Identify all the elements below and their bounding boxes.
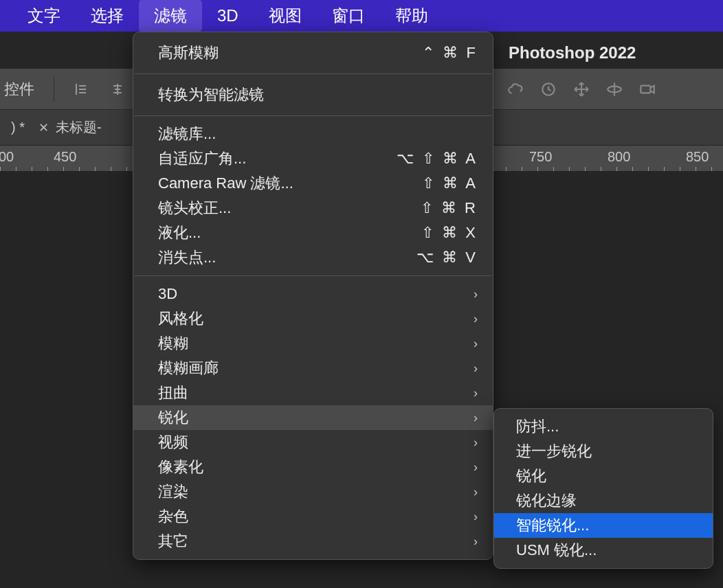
ruler-tick bbox=[32, 167, 32, 171]
submenu-sharpen-edges[interactable]: 锐化边缘 bbox=[494, 488, 713, 513]
menu-label: 滤镜库... bbox=[158, 124, 478, 144]
ruler-tick bbox=[601, 167, 601, 171]
menu-liquify[interactable]: 液化... ⇧ ⌘ X bbox=[133, 220, 493, 245]
ruler-mark: 850 bbox=[686, 149, 709, 165]
menu-3d[interactable]: 3D bbox=[202, 1, 254, 31]
menu-label: 模糊画廊 bbox=[158, 358, 467, 378]
menu-distort[interactable]: 扭曲 › bbox=[133, 381, 493, 405]
options-separator bbox=[54, 77, 54, 102]
chevron-right-icon: › bbox=[474, 436, 478, 450]
menu-separator bbox=[135, 115, 491, 116]
align-center-icon[interactable] bbox=[107, 78, 129, 100]
ruler-tick bbox=[111, 167, 111, 171]
align-left-icon[interactable] bbox=[71, 78, 93, 100]
menu-3d-filters[interactable]: 3D › bbox=[133, 282, 493, 306]
submenu-label: 防抖... bbox=[516, 416, 559, 437]
menu-label: 转换为智能滤镜 bbox=[158, 84, 478, 105]
ruler-tick bbox=[126, 167, 127, 171]
ruler-tick bbox=[63, 167, 64, 171]
submenu-sharpen[interactable]: 锐化 bbox=[494, 464, 713, 488]
document-tab-1[interactable]: ) * bbox=[0, 110, 33, 145]
submenu-sharpen-more[interactable]: 进一步锐化 bbox=[494, 439, 713, 464]
reset-icon[interactable] bbox=[532, 73, 565, 106]
menu-noise[interactable]: 杂色 › bbox=[133, 504, 493, 529]
menu-pixelate[interactable]: 像素化 › bbox=[133, 455, 493, 479]
menu-blur-gallery[interactable]: 模糊画廊 › bbox=[133, 356, 493, 381]
ruler-tick bbox=[537, 167, 538, 171]
menu-label: 3D bbox=[158, 285, 467, 303]
ruler-tick bbox=[711, 167, 712, 171]
menu-label: 高斯模糊 bbox=[158, 43, 422, 63]
camera-icon[interactable] bbox=[631, 73, 664, 106]
menu-filter[interactable]: 滤镜 bbox=[139, 0, 202, 32]
ruler-tick bbox=[648, 167, 649, 171]
menu-label: 风格化 bbox=[158, 308, 467, 329]
submenu-label: 进一步锐化 bbox=[516, 441, 592, 462]
ruler-tick bbox=[522, 167, 522, 171]
menu-render[interactable]: 渲染 › bbox=[133, 479, 493, 504]
main-menubar: 文字 选择 滤镜 3D 视图 窗口 帮助 bbox=[0, 0, 723, 32]
ruler-tick bbox=[664, 167, 665, 171]
ruler-mark: 00 bbox=[0, 149, 14, 165]
chevron-right-icon: › bbox=[474, 337, 478, 351]
chevron-right-icon: › bbox=[474, 361, 478, 376]
tab-1-label: ) * bbox=[11, 120, 25, 135]
menu-convert-smart-filter[interactable]: 转换为智能滤镜 bbox=[133, 80, 493, 110]
menu-video[interactable]: 视频 › bbox=[133, 430, 493, 455]
menu-separator bbox=[135, 74, 491, 74]
submenu-shake-reduction[interactable]: 防抖... bbox=[494, 414, 713, 439]
ruler-tick bbox=[680, 167, 680, 171]
menu-label: Camera Raw 滤镜... bbox=[158, 173, 422, 194]
menu-camera-raw-filter[interactable]: Camera Raw 滤镜... ⇧ ⌘ A bbox=[133, 171, 493, 196]
menu-select[interactable]: 选择 bbox=[76, 0, 139, 32]
tab-2-label: 未标题- bbox=[56, 118, 102, 137]
submenu-smart-sharpen[interactable]: 智能锐化... bbox=[494, 513, 713, 538]
move-icon[interactable] bbox=[565, 73, 598, 106]
menu-help[interactable]: 帮助 bbox=[380, 0, 443, 32]
ruler-tick bbox=[696, 167, 696, 171]
options-controls-label: 控件 bbox=[4, 79, 34, 100]
cloud-icon[interactable] bbox=[499, 73, 532, 106]
chevron-right-icon: › bbox=[474, 287, 478, 302]
menu-lens-correction[interactable]: 镜头校正... ⇧ ⌘ R bbox=[133, 196, 493, 220]
menu-label: 视频 bbox=[158, 432, 467, 453]
chevron-right-icon: › bbox=[474, 485, 478, 499]
ruler-tick bbox=[632, 167, 633, 171]
shortcut-label: ⇧ ⌘ X bbox=[421, 224, 478, 242]
menu-blur[interactable]: 模糊 › bbox=[133, 331, 493, 356]
menu-window[interactable]: 窗口 bbox=[317, 0, 380, 32]
close-icon[interactable]: ✕ bbox=[38, 120, 49, 135]
menu-stylize[interactable]: 风格化 › bbox=[133, 306, 493, 331]
menu-filter-gallery[interactable]: 滤镜库... bbox=[133, 122, 493, 146]
ruler-tick bbox=[569, 167, 570, 171]
ruler-tick bbox=[95, 167, 96, 171]
menu-sharpen[interactable]: 锐化 › bbox=[133, 405, 493, 430]
menu-text[interactable]: 文字 bbox=[12, 0, 76, 32]
menu-label: 自适应广角... bbox=[158, 148, 397, 169]
submenu-unsharp-mask[interactable]: USM 锐化... bbox=[494, 538, 713, 563]
ruler-tick bbox=[506, 167, 507, 171]
shortcut-label: ⇧ ⌘ A bbox=[422, 174, 478, 192]
menu-view[interactable]: 视图 bbox=[254, 0, 317, 32]
rotate-3d-icon[interactable] bbox=[598, 73, 631, 106]
app-title-area: Photoshop 2022 bbox=[509, 37, 636, 69]
svg-rect-2 bbox=[641, 86, 650, 93]
menu-last-filter[interactable]: 高斯模糊 ⌃ ⌘ F bbox=[133, 38, 493, 68]
menu-label: 其它 bbox=[158, 531, 467, 552]
menu-other[interactable]: 其它 › bbox=[133, 529, 493, 554]
menu-label: 像素化 bbox=[158, 457, 467, 477]
chevron-right-icon: › bbox=[474, 534, 478, 549]
shortcut-label: ⌥ ⌘ V bbox=[416, 249, 478, 267]
menu-label: 液化... bbox=[158, 223, 421, 243]
ruler-tick bbox=[0, 167, 1, 171]
menu-label: 镜头校正... bbox=[158, 198, 421, 218]
menu-adaptive-wide-angle[interactable]: 自适应广角... ⌥ ⇧ ⌘ A bbox=[133, 146, 493, 171]
menu-vanishing-point[interactable]: 消失点... ⌥ ⌘ V bbox=[133, 245, 493, 270]
menu-label: 扭曲 bbox=[158, 383, 467, 403]
ruler-tick bbox=[616, 167, 617, 171]
ruler-tick bbox=[585, 167, 586, 171]
shortcut-label: ⇧ ⌘ R bbox=[421, 199, 478, 217]
document-tab-2[interactable]: ✕ 未标题- bbox=[33, 110, 110, 145]
ruler-mark: 450 bbox=[54, 149, 76, 165]
submenu-label: 锐化边缘 bbox=[516, 490, 577, 511]
